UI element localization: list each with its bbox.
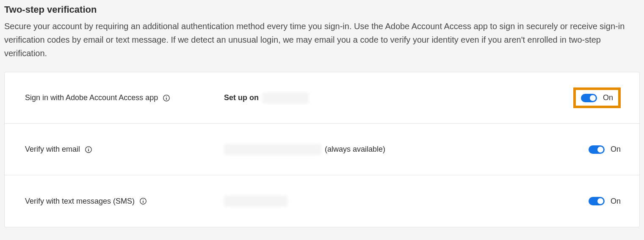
adobe-app-toggle[interactable] [581, 94, 597, 102]
info-icon[interactable] [162, 94, 171, 102]
adobe-app-toggle-highlight: On [573, 87, 621, 108]
row-sms: Verify with text messages (SMS) On [5, 175, 639, 227]
svg-point-1 [166, 96, 167, 97]
email-toggle[interactable] [589, 145, 605, 154]
section-description: Secure your account by requiring an addi… [4, 19, 640, 60]
redacted-email [224, 144, 321, 155]
sms-toggle-label: On [611, 197, 621, 206]
row-email-value: (always available) [224, 144, 589, 155]
info-icon[interactable] [84, 145, 93, 154]
section-title: Two-step verification [4, 4, 640, 15]
always-available-text: (always available) [325, 145, 385, 154]
sms-toggle[interactable] [589, 197, 605, 205]
email-toggle-label: On [611, 145, 621, 154]
redacted-phone [224, 196, 287, 207]
svg-point-4 [88, 147, 89, 148]
row-adobe-app-label: Sign in with Adobe Account Access app [25, 93, 158, 102]
redacted-device [262, 93, 309, 104]
svg-point-7 [143, 199, 144, 200]
row-adobe-app-value: Set up on [224, 93, 573, 104]
row-email: Verify with email (always available) On [5, 124, 639, 175]
row-sms-label-wrap: Verify with text messages (SMS) [25, 197, 224, 206]
row-adobe-app-label-wrap: Sign in with Adobe Account Access app [25, 93, 224, 102]
setup-on-text: Set up on [224, 93, 259, 102]
row-email-label: Verify with email [25, 145, 80, 154]
email-toggle-wrap: On [589, 145, 621, 154]
row-email-label-wrap: Verify with email [25, 145, 224, 154]
two-step-panel: Sign in with Adobe Account Access app Se… [4, 72, 640, 227]
row-sms-value [224, 196, 589, 207]
row-adobe-app: Sign in with Adobe Account Access app Se… [5, 72, 639, 124]
sms-toggle-wrap: On [589, 197, 621, 206]
info-icon[interactable] [139, 197, 147, 205]
adobe-app-toggle-label: On [603, 93, 613, 102]
row-sms-label: Verify with text messages (SMS) [25, 197, 135, 206]
